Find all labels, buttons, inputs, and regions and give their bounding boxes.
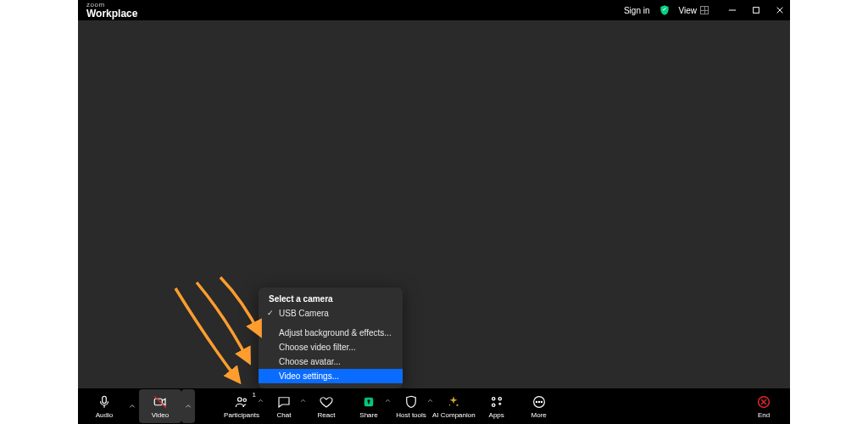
video-label: Video [152,411,169,419]
background-effects-item[interactable]: Adjust background & effects... [259,326,403,340]
more-button[interactable]: More [518,389,560,423]
svg-point-12 [449,404,451,406]
svg-point-18 [538,401,539,402]
zoom-window: zoom Workplace Sign in View [78,0,790,424]
apps-label: Apps [489,411,504,419]
participants-icon [234,394,249,410]
svg-point-14 [498,397,501,399]
participants-label: Participants [224,411,259,419]
view-button[interactable]: View [679,6,709,15]
shield-outline-icon [403,394,419,410]
grid-icon [700,6,709,14]
react-button[interactable]: React [305,389,348,423]
more-icon [531,394,547,410]
sign-in-link[interactable]: Sign in [624,6,650,15]
apps-button[interactable]: Apps [476,389,518,423]
end-button[interactable]: End [743,389,785,423]
video-chevron[interactable] [181,389,195,423]
svg-point-11 [457,404,459,405]
host-tools-button[interactable]: Host tools [390,389,432,423]
share-button[interactable]: Share [348,389,390,423]
camera-option-usb[interactable]: USB Camera [259,306,403,321]
shield-icon[interactable] [659,4,670,16]
end-icon [756,394,771,410]
video-stage [78,20,790,388]
close-button[interactable] [775,5,785,15]
svg-point-15 [492,404,494,406]
minimize-button[interactable] [727,5,737,15]
svg-point-9 [243,399,246,401]
video-off-icon [153,394,168,410]
titlebar-right: Sign in View [624,4,785,16]
svg-rect-4 [103,396,107,403]
video-button[interactable]: Video [139,389,181,423]
maximize-button[interactable] [751,5,761,15]
video-filter-item[interactable]: Choose video filter... [259,340,403,354]
view-label: View [679,6,698,15]
video-settings-item[interactable]: Video settings... [259,369,403,383]
bottom-toolbar: Audio Video 1 Participants [78,388,790,424]
brand: zoom Workplace [86,2,137,19]
host-tools-label: Host tools [396,411,426,419]
end-label: End [758,411,770,419]
audio-chevron[interactable] [125,389,139,423]
chat-label: Chat [277,411,292,419]
popup-title: Select a camera [259,293,403,306]
titlebar: zoom Workplace Sign in View [78,0,790,20]
heart-icon [319,394,334,410]
video-options-popup: Select a camera USB Camera Adjust backgr… [259,287,403,388]
brand-bottom: Workplace [86,8,137,19]
svg-point-8 [238,397,242,401]
participants-button[interactable]: 1 Participants [220,389,263,423]
ai-companion-button[interactable]: AI Companion [432,389,476,423]
more-label: More [531,411,547,419]
choose-avatar-item[interactable]: Choose avatar... [259,354,403,369]
svg-rect-1 [754,8,760,14]
share-label: Share [359,411,377,419]
apps-icon [489,394,504,410]
svg-point-13 [492,397,494,399]
ai-companion-label: AI Companion [432,411,476,419]
svg-line-7 [154,396,166,408]
microphone-icon [97,394,112,410]
svg-point-19 [541,401,542,402]
window-controls [727,5,785,15]
audio-button[interactable]: Audio [83,389,125,423]
react-label: React [318,411,336,419]
svg-point-17 [536,401,537,402]
chat-button[interactable]: Chat [263,389,305,423]
sparkle-icon [446,394,461,410]
audio-label: Audio [96,411,113,419]
share-icon [361,394,376,410]
chat-icon [276,394,292,410]
